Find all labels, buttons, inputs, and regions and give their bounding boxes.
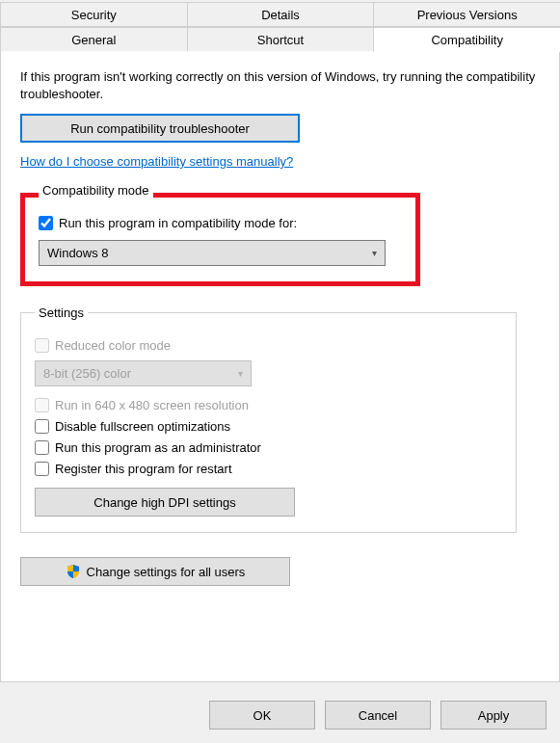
ok-button[interactable]: OK <box>209 701 315 730</box>
reduced-color-row: Reduced color mode <box>35 338 502 353</box>
chevron-down-icon: ▾ <box>372 248 377 258</box>
compat-mode-select[interactable]: Windows 8 ▾ <box>39 240 386 266</box>
compat-mode-checkbox-label: Run this program in compatibility mode f… <box>59 216 297 230</box>
run-admin-label: Run this program as an administrator <box>55 440 261 455</box>
disable-fullscreen-row[interactable]: Disable fullscreen optimizations <box>35 419 502 434</box>
chevron-down-icon: ▾ <box>238 368 243 379</box>
run-troubleshooter-button[interactable]: Run compatibility troubleshooter <box>20 114 300 143</box>
tab-details[interactable]: Details <box>187 2 375 27</box>
color-mode-select-value: 8-bit (256) color <box>43 366 131 381</box>
compat-mode-checkbox[interactable] <box>39 216 53 230</box>
cancel-button[interactable]: Cancel <box>325 701 431 730</box>
settings-legend: Settings <box>35 305 88 320</box>
compatibility-mode-legend: Compatibility mode <box>39 183 153 198</box>
tab-row-1: Security Details Previous Versions <box>0 2 560 27</box>
settings-group: Settings Reduced color mode 8-bit (256) … <box>20 305 517 533</box>
shield-icon <box>66 564 81 579</box>
compat-mode-checkbox-row[interactable]: Run this program in compatibility mode f… <box>39 216 402 230</box>
run-640-label: Run in 640 x 480 screen resolution <box>55 398 249 412</box>
tab-row-2: General Shortcut Compatibility <box>0 27 560 52</box>
register-restart-label: Register this program for restart <box>55 462 232 476</box>
dialog-buttons: OK Cancel Apply <box>209 701 547 730</box>
help-link[interactable]: How do I choose compatibility settings m… <box>20 154 293 169</box>
register-restart-row[interactable]: Register this program for restart <box>35 462 502 476</box>
tab-compatibility[interactable]: Compatibility <box>373 27 560 52</box>
tab-strip: Security Details Previous Versions Gener… <box>0 0 560 682</box>
run-640-row: Run in 640 x 480 screen resolution <box>35 398 502 412</box>
tab-previous-versions[interactable]: Previous Versions <box>373 2 560 27</box>
tab-general[interactable]: General <box>0 27 188 52</box>
change-all-users-label: Change settings for all users <box>87 565 246 579</box>
intro-text: If this program isn't working correctly … <box>20 68 540 102</box>
tab-shortcut[interactable]: Shortcut <box>187 27 375 52</box>
reduced-color-label: Reduced color mode <box>55 338 171 353</box>
disable-fullscreen-checkbox[interactable] <box>35 419 49 434</box>
register-restart-checkbox[interactable] <box>35 462 49 476</box>
change-dpi-button[interactable]: Change high DPI settings <box>35 488 295 517</box>
change-all-users-button[interactable]: Change settings for all users <box>20 557 290 586</box>
compat-mode-select-value: Windows 8 <box>47 246 109 260</box>
color-mode-select: 8-bit (256) color ▾ <box>35 360 252 386</box>
reduced-color-checkbox <box>35 338 49 353</box>
disable-fullscreen-label: Disable fullscreen optimizations <box>55 419 230 434</box>
run-admin-checkbox[interactable] <box>35 440 49 455</box>
run-admin-row[interactable]: Run this program as an administrator <box>35 440 502 455</box>
compatibility-mode-group: Compatibility mode Run this program in c… <box>20 188 420 286</box>
run-640-checkbox <box>35 398 49 412</box>
tab-content-compatibility: If this program isn't working correctly … <box>0 51 560 682</box>
tab-security[interactable]: Security <box>0 2 188 27</box>
apply-button[interactable]: Apply <box>440 701 547 730</box>
properties-dialog: Security Details Previous Versions Gener… <box>0 0 560 743</box>
